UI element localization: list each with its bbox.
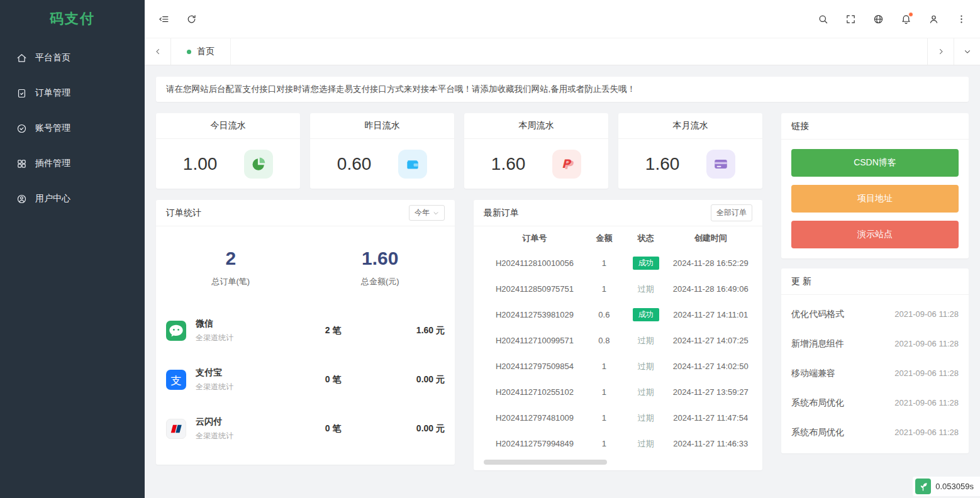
scrollbar-thumb[interactable]: [484, 460, 607, 465]
refresh-button[interactable]: [177, 0, 205, 38]
fullscreen-icon: [845, 14, 856, 25]
table-row: H2024112797509854 1 过期 2024-11-27 14:02:…: [484, 353, 752, 379]
account-icon: [16, 123, 27, 134]
wallet-icon: [398, 150, 427, 179]
topbar-actions: [809, 0, 975, 38]
demo-site-button[interactable]: 演示站点: [791, 221, 959, 248]
status-badge: 成功: [633, 308, 659, 322]
list-item: 移动端兼容 2021-09-06 11:28: [791, 358, 959, 388]
stat-card-today: 今日流水 1.00: [156, 113, 300, 189]
order-id: H2024112810010056: [484, 258, 586, 268]
order-stats-title: 订单统计: [166, 208, 201, 219]
sidebar-toggle-button[interactable]: [150, 0, 177, 38]
tab-home[interactable]: 首页: [171, 38, 231, 65]
channel-sub: 全渠道统计: [196, 431, 297, 441]
order-status: 成功: [623, 257, 669, 270]
person-icon: [928, 14, 939, 25]
col-order-id: 订单号: [484, 233, 586, 244]
year-filter-select[interactable]: 今年: [409, 205, 445, 221]
update-label: 系统布局优化: [791, 427, 844, 438]
sidebar-item-user-center[interactable]: 用户中心: [0, 181, 145, 216]
svg-text:支: 支: [170, 374, 181, 387]
sidebar-item-home[interactable]: 平台首页: [0, 40, 145, 75]
app-logo: 码支付: [0, 0, 145, 38]
fullscreen-button[interactable]: [837, 0, 864, 38]
tab-scroll-right-button[interactable]: [927, 38, 954, 65]
globe-icon: [873, 14, 884, 25]
channel-sub: 全渠道统计: [196, 382, 297, 392]
total-amount-value: 1.60: [306, 248, 455, 269]
update-date: 2021-09-06 11:28: [894, 398, 959, 407]
tab-spacer: [231, 38, 927, 65]
channel-name: 支付宝: [196, 367, 297, 379]
status-text: 过期: [638, 284, 654, 294]
order-time: 2024-11-27 14:07:25: [669, 336, 752, 345]
csdn-blog-button[interactable]: CSDN博客: [791, 149, 959, 177]
table-row: H2024112850975751 1 过期 2024-11-28 16:49:…: [484, 276, 752, 302]
order-amount: 1: [586, 362, 623, 371]
order-totals: 2 总订单(笔) 1.60 总金额(元): [156, 226, 455, 304]
stat-title: 本周流水: [464, 113, 608, 139]
total-orders-value: 2: [156, 248, 306, 269]
notice-bar: 请在您网站后台配置支付接口对接时请您选择走易支付接口方式来对接本平台哦！请添加收…: [156, 77, 969, 102]
order-amount: 1: [586, 439, 623, 448]
status-badge: 成功: [633, 257, 659, 270]
chevron-right-icon: [937, 47, 945, 56]
sidebar-item-plugins[interactable]: 插件管理: [0, 146, 145, 181]
sidebar-item-label: 账号管理: [35, 123, 70, 134]
channel-count: 0 笔: [297, 374, 369, 385]
latest-orders-card: 最新订单 全部订单 订单号 金额 状态 创建时间: [474, 200, 762, 470]
project-url-button[interactable]: 项目地址: [791, 185, 959, 213]
notification-dot: [908, 12, 913, 17]
channel-row-unionpay: 云闪付 全渠道统计 0 笔 0.00 元: [166, 404, 445, 453]
language-button[interactable]: [864, 0, 892, 38]
notification-button[interactable]: [892, 0, 920, 38]
order-amount: 0.8: [586, 336, 623, 345]
total-amount-label: 总金额(元): [306, 276, 455, 287]
sidebar-item-accounts[interactable]: 账号管理: [0, 111, 145, 146]
table-row: H2024112710255102 1 过期 2024-11-27 13:59:…: [484, 379, 752, 405]
stat-title: 昨日流水: [310, 113, 454, 139]
sidebar-item-label: 订单管理: [35, 87, 70, 99]
sidebar: 码支付 平台首页 订单管理 账号管理: [0, 0, 145, 498]
user-menu-button[interactable]: [920, 0, 947, 38]
unionpay-icon: [166, 419, 186, 439]
stat-value: 0.60: [337, 154, 372, 174]
status-text: 过期: [638, 387, 654, 397]
stat-card-week: 本周流水 1.60 PP: [464, 113, 608, 189]
channel-name: 云闪付: [196, 416, 297, 428]
channel-amount: 1.60 元: [369, 325, 445, 336]
chevron-down-icon: [433, 210, 439, 216]
update-list: 优化代码格式 2021-09-06 11:28 新增消息组件 2021-09-0…: [781, 295, 969, 453]
search-button[interactable]: [809, 0, 837, 38]
order-id: H2024112753981029: [484, 310, 586, 319]
paypal-icon: PP: [552, 150, 581, 179]
left-column: 今日流水 1.00 昨日流水 0.60: [156, 113, 762, 470]
col-created: 创建时间: [669, 233, 752, 244]
tab-menu-button[interactable]: [954, 38, 980, 65]
order-amount: 1: [586, 413, 623, 423]
order-time: 2024-11-28 16:52:29: [669, 258, 752, 268]
channel-count: 0 笔: [297, 423, 369, 434]
order-status: 过期: [623, 284, 669, 295]
order-id: H2024112797481009: [484, 413, 586, 423]
channel-amount: 0.00 元: [369, 423, 445, 434]
more-vertical-icon: [956, 14, 967, 25]
sidebar-item-orders[interactable]: 订单管理: [0, 75, 145, 111]
status-text: 过期: [638, 439, 654, 448]
stat-title: 今日流水: [156, 113, 300, 139]
updates-card: 更 新 优化代码格式 2021-09-06 11:28 新增消息组件 2021-…: [781, 268, 969, 453]
order-status: 过期: [623, 361, 669, 372]
user-icon: [16, 194, 27, 204]
all-orders-button[interactable]: 全部订单: [711, 204, 752, 221]
order-time: 2024-11-27 13:59:27: [669, 387, 752, 397]
order-time: 2024-11-27 14:02:50: [669, 362, 752, 371]
tab-active-dot: [187, 50, 191, 54]
topbar: [145, 0, 980, 38]
list-item: 系统布局优化 2021-09-06 11:28: [791, 388, 959, 418]
tab-scroll-left-button[interactable]: [145, 38, 171, 65]
channel-count: 2 笔: [297, 325, 369, 336]
more-button[interactable]: [947, 0, 975, 38]
wechat-icon: [166, 321, 186, 341]
stats-row: 今日流水 1.00 昨日流水 0.60: [156, 113, 762, 189]
